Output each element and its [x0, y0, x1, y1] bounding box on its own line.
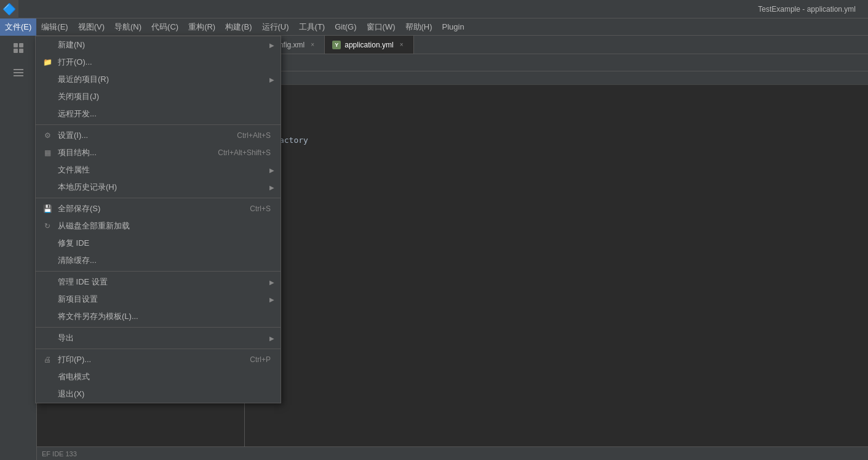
menu-build[interactable]: 构建(B): [220, 18, 257, 36]
close-tab-generator[interactable]: ×: [308, 41, 317, 49]
menu-item-label: 全部保存(S): [58, 203, 100, 214]
menu-item-label: 修复 IDE: [58, 238, 89, 249]
reload-icon: ↻: [42, 222, 53, 230]
menu-item-new-project-settings[interactable]: 新项目设置: [36, 291, 281, 308]
sidebar: [0, 36, 37, 460]
menu-item-label: 将文件另存为模板(L)...: [58, 311, 138, 322]
sidebar-structure-icon[interactable]: [0, 60, 37, 85]
shortcut-settings: Ctrl+Alt+S: [237, 131, 271, 140]
menu-item-reload[interactable]: ↻ 从磁盘全部重新加载: [36, 217, 281, 235]
separator-5: [36, 349, 281, 349]
app-logo: 🔷: [0, 0, 18, 18]
close-tab-application[interactable]: ×: [397, 41, 406, 49]
menu-run[interactable]: 运行(U): [257, 18, 294, 36]
menu-bar: 文件(E) 编辑(E) 视图(V) 导航(N) 代码(C) 重构(R) 构建(B…: [0, 18, 868, 36]
menu-item-save-as-template[interactable]: 将文件另存为模板(L)...: [36, 308, 281, 325]
menu-item-label: 导出: [58, 333, 74, 344]
menu-item-remote-dev[interactable]: 远程开发...: [36, 105, 281, 123]
menu-item-file-props[interactable]: 文件属性: [36, 161, 281, 179]
menu-item-project-structure[interactable]: ▦ 项目结构... Ctrl+Alt+Shift+S: [36, 144, 281, 161]
menu-item-invalidate-caches[interactable]: 清除缓存...: [36, 252, 281, 269]
menu-item-label: 省电模式: [58, 371, 90, 382]
menu-view[interactable]: 视图(V): [73, 18, 109, 36]
separator-4: [36, 327, 281, 328]
tab-icon-yaml: Y: [332, 41, 341, 49]
file-dropdown-menu: 新建(N) 📁 打开(O)... 最近的项目(R) 关闭项目(J) 远程开发..…: [35, 36, 281, 403]
menu-item-label: 关闭项目(J): [58, 91, 99, 102]
menu-item-new[interactable]: 新建(N): [36, 36, 281, 54]
menu-plugin[interactable]: Plugin: [437, 18, 469, 36]
menu-item-label: 新项目设置: [58, 294, 98, 305]
svg-rect-2: [14, 49, 18, 53]
menu-item-label: 远程开发...: [58, 108, 97, 119]
menu-file[interactable]: 文件(E): [0, 18, 36, 36]
menu-edit[interactable]: 编辑(E): [36, 18, 73, 36]
menu-navigate[interactable]: 导航(N): [109, 18, 146, 36]
separator-2: [36, 198, 281, 198]
grid-icon: ▦: [42, 148, 53, 157]
menu-git[interactable]: Git(G): [330, 18, 361, 36]
shortcut-print: Ctrl+P: [250, 355, 271, 364]
menu-item-label: 从磁盘全部重新加载: [58, 220, 130, 232]
menu-item-print[interactable]: 🖨 打印(P)... Ctrl+P: [36, 351, 281, 368]
menu-item-save-all[interactable]: 💾 全部保存(S) Ctrl+S: [36, 200, 281, 217]
menu-item-settings[interactable]: ⚙ 设置(I)... Ctrl+Alt+S: [36, 127, 281, 144]
shortcut-save-all: Ctrl+S: [250, 204, 271, 213]
menu-item-label: 退出(X): [58, 389, 84, 400]
menu-item-label: 打开(O)...: [58, 57, 92, 68]
print-icon: 🖨: [42, 355, 53, 364]
menu-item-local-history[interactable]: 本地历史记录(H): [36, 179, 281, 196]
sidebar-project-icon[interactable]: [0, 36, 37, 60]
menu-item-label: 最近的项目(R): [58, 74, 109, 85]
menu-window[interactable]: 窗口(W): [362, 18, 400, 36]
separator-1: [36, 124, 281, 125]
tab-application[interactable]: Y application.yml ×: [325, 36, 413, 54]
bottom-bar: EF IDE 133: [37, 446, 868, 460]
svg-rect-0: [14, 43, 18, 47]
svg-rect-1: [19, 43, 23, 47]
separator-3: [36, 271, 281, 272]
menu-refactor[interactable]: 重构(R): [183, 18, 220, 36]
menu-item-label: 设置(I)...: [58, 130, 88, 141]
folder-icon: 📁: [42, 58, 53, 67]
menu-item-export[interactable]: 导出: [36, 329, 281, 347]
svg-rect-3: [19, 49, 23, 53]
bottom-bar-text: EF IDE 133: [42, 450, 77, 458]
menu-item-manage-ide[interactable]: 管理 IDE 设置: [36, 273, 281, 291]
window-title: TestExample - application.yml: [758, 5, 856, 14]
menu-item-repair-ide[interactable]: 修复 IDE: [36, 235, 281, 252]
menu-item-label: 文件属性: [58, 164, 90, 176]
menu-item-label: 项目结构...: [58, 147, 97, 158]
menu-item-label: 打印(P)...: [58, 354, 91, 365]
menu-code[interactable]: 代码(C): [146, 18, 183, 36]
save-icon: 💾: [42, 204, 53, 213]
menu-item-label: 新建(N): [58, 39, 85, 50]
menu-item-label: 清除缓存...: [58, 255, 97, 266]
menu-item-label: 本地历史记录(H): [58, 182, 117, 193]
menu-item-recent[interactable]: 最近的项目(R): [36, 71, 281, 88]
menu-help[interactable]: 帮助(H): [400, 18, 437, 36]
menu-item-exit[interactable]: 退出(X): [36, 385, 281, 403]
tab-label: application.yml: [344, 41, 393, 49]
gear-icon: ⚙: [42, 131, 53, 140]
menu-item-close-project[interactable]: 关闭项目(J): [36, 88, 281, 105]
menu-item-power-save[interactable]: 省电模式: [36, 368, 281, 385]
menu-tools[interactable]: 工具(T): [294, 18, 330, 36]
shortcut-project-structure: Ctrl+Alt+Shift+S: [218, 148, 271, 157]
menu-item-open[interactable]: 📁 打开(O)...: [36, 54, 281, 71]
title-bar: 🔷 TestExample - application.yml: [0, 0, 868, 18]
menu-item-label: 管理 IDE 设置: [58, 276, 108, 288]
